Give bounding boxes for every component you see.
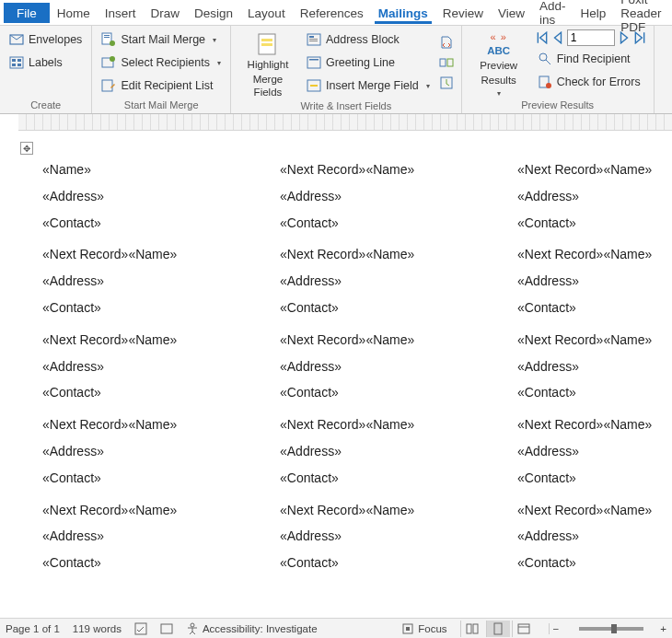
greeting-line-button[interactable]: Greeting Line: [305, 52, 432, 73]
focus-icon: [401, 622, 414, 635]
chevron-down-icon: ▾: [497, 89, 501, 99]
read-mode-button[interactable]: [460, 621, 484, 637]
group-label-write: Write & Insert Fields: [238, 99, 454, 114]
svg-rect-12: [102, 80, 112, 91]
focus-mode-button[interactable]: Focus: [401, 622, 446, 635]
tab-foxit[interactable]: Foxit Reader PDF: [613, 0, 672, 37]
svg-rect-35: [467, 624, 471, 633]
spell-check-icon[interactable]: [134, 622, 147, 635]
tab-insert[interactable]: Insert: [98, 3, 144, 23]
update-labels-icon[interactable]: [439, 75, 454, 90]
group-write-insert: Highlight Merge Fields Address Block Gre…: [231, 26, 462, 113]
label-cell[interactable]: «Next Record»«Name»«Address»«Contact»: [26, 241, 263, 326]
label-cell[interactable]: «Next Record»«Name»«Address»«Contact»: [263, 241, 501, 326]
envelope-icon: [9, 32, 24, 47]
zoom-in-button[interactable]: +: [660, 623, 666, 634]
svg-rect-2: [12, 59, 16, 62]
label-cell[interactable]: «Next Record»«Name»«Address»«Contact»: [501, 497, 672, 582]
tab-addins[interactable]: Add-ins: [532, 0, 574, 29]
svg-rect-25: [447, 59, 453, 66]
tab-mailings[interactable]: Mailings: [371, 3, 435, 23]
svg-rect-19: [309, 41, 318, 41]
tab-layout[interactable]: Layout: [240, 3, 293, 23]
tab-file[interactable]: File: [4, 3, 50, 23]
prev-record-icon[interactable]: [551, 31, 564, 44]
label-cell[interactable]: «Next Record»«Name»«Address»«Contact»: [501, 157, 672, 241]
tab-design[interactable]: Design: [187, 3, 240, 23]
group-label-create: Create: [7, 98, 84, 113]
label-cell[interactable]: «Next Record»«Name»«Address»«Contact»: [263, 327, 501, 412]
highlight-merge-fields-button[interactable]: Highlight Merge Fields: [238, 29, 297, 99]
tab-draw[interactable]: Draw: [144, 3, 188, 23]
label-cell[interactable]: «Next Record»«Name»«Address»«Contact»: [263, 497, 501, 582]
document-area[interactable]: ✥ «Name»«Address»«Contact»«Next Record»«…: [0, 131, 672, 619]
check-errors-button[interactable]: Check for Errors: [536, 72, 646, 92]
insert-merge-field-button[interactable]: Insert Merge Field: [305, 75, 432, 96]
zoom-slider[interactable]: [579, 627, 643, 631]
label-cell[interactable]: «Next Record»«Name»«Address»«Contact»: [501, 241, 672, 326]
insert-field-icon: [307, 78, 321, 93]
language-icon[interactable]: [160, 622, 173, 635]
tab-references[interactable]: References: [293, 3, 371, 23]
svg-rect-1: [10, 57, 23, 68]
tab-review[interactable]: Review: [435, 3, 491, 23]
svg-rect-36: [473, 624, 478, 633]
svg-rect-21: [309, 59, 319, 61]
greeting-icon: [307, 55, 321, 70]
svg-rect-14: [261, 39, 272, 41]
tab-help[interactable]: Help: [574, 3, 614, 23]
address-block-button[interactable]: Address Block: [305, 29, 432, 50]
select-recipients-button[interactable]: Select Recipients: [99, 52, 223, 73]
record-number-input[interactable]: [567, 29, 615, 46]
svg-rect-38: [518, 624, 529, 633]
page-indicator[interactable]: Page 1 of 1: [6, 623, 60, 634]
svg-point-27: [539, 53, 547, 61]
svg-rect-3: [17, 59, 21, 62]
edit-list-icon: [101, 78, 116, 93]
horizontal-ruler[interactable]: [18, 114, 672, 131]
match-fields-icon[interactable]: [439, 55, 454, 70]
tab-home[interactable]: Home: [50, 3, 98, 23]
accessibility-status[interactable]: Accessibility: Investigate: [186, 622, 318, 635]
label-cell[interactable]: «Name»«Address»«Contact»: [26, 157, 263, 241]
mail-merge-icon: [101, 32, 116, 47]
edit-recipient-list-button[interactable]: Edit Recipient List: [99, 75, 223, 96]
print-layout-button[interactable]: [486, 621, 510, 637]
svg-rect-31: [161, 624, 172, 633]
labels-button[interactable]: Labels: [7, 52, 84, 73]
group-label-start: Start Mail Merge: [99, 98, 223, 113]
svg-rect-7: [104, 35, 110, 36]
label-cell[interactable]: «Next Record»«Name»«Address»«Contact»: [26, 412, 263, 496]
word-count[interactable]: 119 words: [73, 623, 122, 634]
tab-view[interactable]: View: [491, 3, 532, 23]
labels-grid: «Name»«Address»«Contact»«Next Record»«Na…: [26, 157, 672, 582]
rules-icon[interactable]: [439, 35, 454, 50]
read-mode-icon: [466, 622, 479, 635]
label-cell[interactable]: «Next Record»«Name»«Address»«Contact»: [26, 327, 263, 412]
table-move-handle[interactable]: ✥: [20, 142, 33, 155]
label-cell[interactable]: «Next Record»«Name»«Address»«Contact»: [263, 412, 501, 496]
rules-column: [439, 29, 454, 99]
start-mail-merge-button[interactable]: Start Mail Merge: [99, 29, 223, 50]
first-record-icon[interactable]: [536, 31, 549, 44]
svg-rect-17: [309, 36, 314, 38]
label-cell[interactable]: «Next Record»«Name»«Address»«Contact»: [501, 412, 672, 496]
label-cell[interactable]: «Next Record»«Name»«Address»«Contact»: [501, 327, 672, 412]
print-layout-icon: [492, 622, 504, 635]
zoom-out-button[interactable]: −: [549, 623, 563, 634]
envelopes-button[interactable]: Envelopes: [7, 29, 84, 50]
svg-rect-5: [17, 64, 21, 66]
web-layout-button[interactable]: [512, 621, 536, 637]
label-cell[interactable]: «Next Record»«Name»«Address»«Contact»: [26, 497, 263, 582]
svg-rect-15: [261, 43, 272, 46]
svg-rect-34: [406, 627, 410, 631]
preview-results-button[interactable]: « » ABC Preview Results ▾: [469, 29, 528, 98]
svg-rect-23: [310, 85, 318, 87]
svg-rect-8: [104, 37, 110, 38]
highlight-icon: [255, 31, 281, 57]
label-cell[interactable]: «Next Record»«Name»«Address»«Contact»: [263, 157, 501, 241]
group-label-preview: Preview Results: [469, 98, 646, 113]
web-layout-icon: [517, 622, 530, 635]
check-errors-icon: [538, 75, 552, 89]
find-recipient-button[interactable]: Find Recipient: [536, 49, 646, 69]
